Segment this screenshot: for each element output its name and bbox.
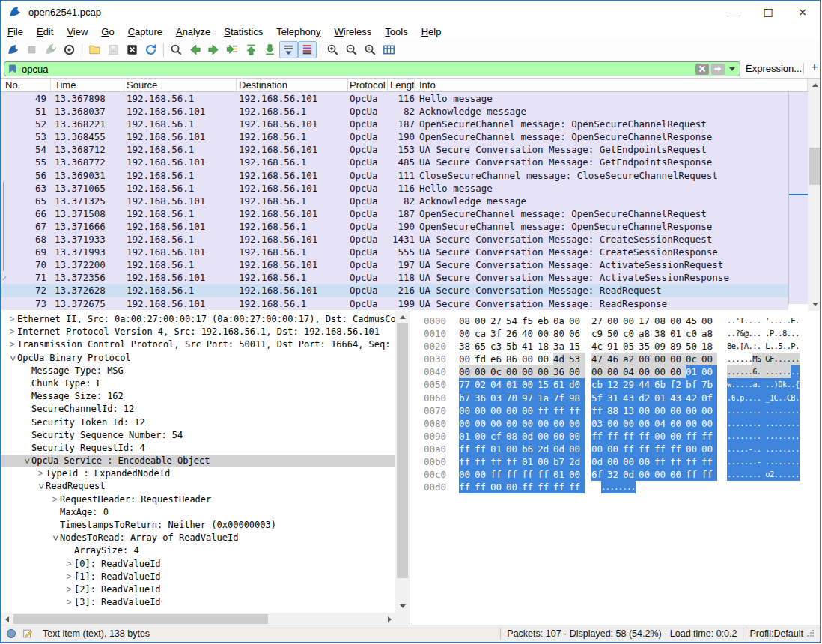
hex-byte[interactable]: 04 [623,365,639,378]
hex-byte[interactable]: 41 [522,340,538,353]
hex-byte[interactable]: 00 [475,315,490,327]
packet-row[interactable]: 4913.367898192.168.56.1192.168.56.101Opc… [1,92,788,105]
hex-byte[interactable]: ff [459,443,475,455]
tree-row[interactable]: >NodesToRead: Array of ReadValueId [1,532,395,544]
hex-byte[interactable]: 00 [459,468,475,481]
hex-byte[interactable]: 00 [522,417,538,430]
hex-byte[interactable]: 12 [607,378,623,391]
hex-byte[interactable]: 61 [553,378,569,391]
packet-row[interactable]: ✓7113.372356192.168.56.101192.168.56.1Op… [1,271,788,284]
packet-list-minimap[interactable] [788,92,808,304]
hex-byte[interactable]: c3 [490,340,506,353]
hex-byte[interactable]: ff [639,430,654,443]
hex-byte[interactable]: 0f [701,392,717,404]
go-last-packet-button[interactable] [261,41,279,58]
hex-byte[interactable]: 70 [506,392,522,404]
hex-byte[interactable]: 00 [639,468,654,481]
hex-byte[interactable]: 00 [522,365,538,378]
go-previous-packet-button[interactable] [186,41,204,58]
hex-byte[interactable]: 08 [654,315,670,327]
hex-byte[interactable]: 46 [607,353,623,365]
hex-byte[interactable]: 00 [506,443,522,455]
column-header-time[interactable]: Time [51,79,124,91]
hex-byte[interactable]: 00 [654,430,670,443]
hex-byte[interactable]: 00 [538,417,553,430]
hex-byte[interactable]: 00 [686,417,701,430]
tree-row[interactable]: >Internet Protocol Version 4, Src: 192.1… [1,326,395,338]
hex-byte[interactable]: 54 [506,315,522,327]
tree-row[interactable]: >TypeId : ExpandedNodeId [1,467,395,480]
ascii-char[interactable]: . [795,392,800,404]
hex-byte[interactable]: 00 [569,430,585,443]
hex-byte[interactable]: 00 [490,404,506,417]
scroll-up-button[interactable] [808,79,820,91]
hex-byte[interactable]: 00 [459,365,475,378]
save-file-button[interactable]: 010 [104,41,123,58]
pane-splitter[interactable] [410,311,418,625]
hex-byte[interactable]: 65 [475,340,490,353]
hex-byte[interactable]: 00 [639,365,654,378]
hex-byte[interactable]: ff [607,430,623,443]
packet-row[interactable]: 6813.371933192.168.56.1192.168.56.101Opc… [1,233,788,246]
column-header-length[interactable]: Length [388,79,415,91]
scroll-right-button[interactable] [383,613,396,625]
hex-byte[interactable]: ff [553,404,569,417]
hex-byte[interactable]: 00 [670,404,686,417]
hex-byte[interactable]: 00 [607,455,623,468]
hex-byte[interactable]: 00 [475,468,490,481]
hex-byte[interactable]: cf [490,430,506,443]
hex-byte[interactable]: 5f [591,392,607,404]
hex-byte[interactable]: ff [686,455,701,468]
profile-status[interactable]: Profil:Default [749,628,803,639]
hex-byte[interactable]: ff [475,481,490,493]
collapsed-chevron-icon[interactable]: > [7,326,17,338]
filter-history-dropdown-icon[interactable] [729,67,735,71]
open-file-button[interactable] [85,41,104,58]
hex-byte[interactable]: a8 [639,327,654,340]
hex-byte[interactable]: 3a [553,340,569,353]
hex-byte[interactable]: 00 [591,365,607,378]
go-to-packet-button[interactable] [223,41,242,58]
hex-byte[interactable]: 0d [623,468,639,481]
close-file-button[interactable] [123,41,141,58]
packet-row[interactable]: 7313.372675192.168.56.101192.168.56.1Opc… [1,297,788,310]
hex-byte[interactable]: ff [522,468,538,481]
hex-byte[interactable]: 00 [506,417,522,430]
expert-info-icon[interactable] [5,628,17,640]
hex-byte[interactable]: e6 [490,353,506,365]
tree-row[interactable]: >Transmission Control Protocol, Src Port… [1,338,395,351]
hex-byte[interactable]: 00 [553,430,569,443]
ascii-char[interactable]: . [795,327,800,340]
hex-byte[interactable]: 26 [506,327,522,340]
tree-row[interactable]: Security RequestId: 4 [1,442,395,455]
hex-byte[interactable]: 15 [569,340,585,353]
hex-byte[interactable]: 00 [701,417,717,430]
collapsed-chevron-icon[interactable]: > [64,596,74,609]
collapsed-chevron-icon[interactable]: > [64,571,74,583]
hex-byte[interactable]: 00 [475,430,490,443]
column-header-source[interactable]: Source [124,79,237,91]
tree-row[interactable]: TimestampsToReturn: Neither (0x00000003) [1,519,395,532]
hex-byte[interactable]: b7 [553,455,569,468]
hex-byte[interactable]: ff [701,455,717,468]
hex-byte[interactable]: 53 [569,353,585,365]
hex-byte[interactable]: 32 [607,468,623,481]
hex-byte[interactable]: 00 [506,404,522,417]
ascii-char[interactable]: . [795,340,800,353]
hex-byte[interactable]: 43 [670,392,686,404]
hex-byte[interactable]: 01 [654,392,670,404]
tree-row[interactable]: >Ethernet II, Src: 0a:00:27:00:00:17 (0a… [1,313,395,326]
display-filter-input[interactable]: opcua [4,61,740,76]
hex-byte[interactable]: ca [475,327,490,340]
hex-byte[interactable]: 01 [686,365,701,378]
hex-byte[interactable]: 0c [490,365,506,378]
capture-options-button[interactable] [60,41,79,58]
hex-byte[interactable]: 00 [623,455,639,468]
hex-byte[interactable]: 80 [553,327,569,340]
details-vertical-scrollbar[interactable] [395,311,410,613]
tree-row[interactable]: SecureChannelId: 12 [1,403,395,416]
hex-byte[interactable]: 00 [553,417,569,430]
hex-byte[interactable]: ff [475,443,490,455]
expanded-chevron-icon[interactable]: > [48,533,61,544]
hex-byte[interactable]: 6f [591,468,607,481]
